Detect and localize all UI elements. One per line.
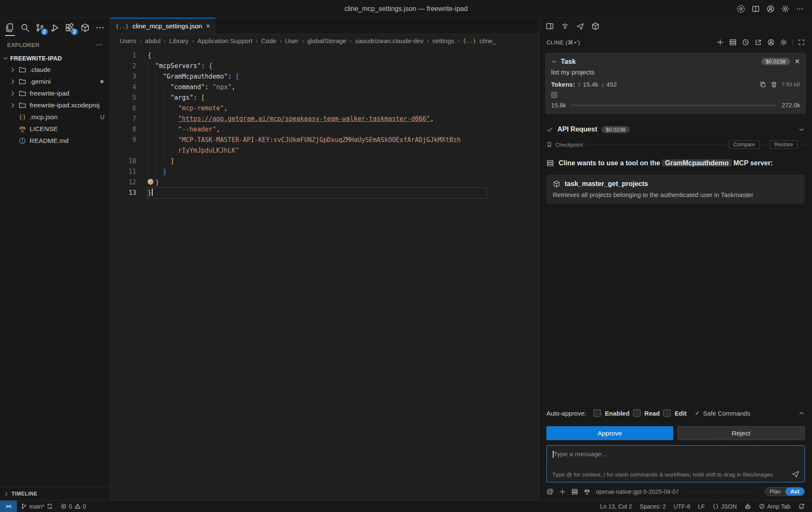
copilot-status[interactable]	[741, 501, 755, 512]
code-line-1[interactable]: 1{	[110, 50, 539, 61]
tree-item-license[interactable]: LICENSE	[0, 123, 110, 135]
code-line-9[interactable]: 9"MCP-TASK-MASTER-API-KEY:svCJUkmFUNZjGp…	[110, 135, 539, 145]
account-icon[interactable]	[767, 38, 775, 46]
breadcrumb-item[interactable]: globalStorage	[307, 37, 346, 44]
tree-item--claude[interactable]: .claude	[0, 64, 110, 76]
act-mode[interactable]: Act	[785, 487, 804, 496]
remote-indicator[interactable]: ><	[0, 501, 17, 512]
more-icon[interactable]	[796, 5, 804, 13]
breadcrumb-item[interactable]: Application Support	[198, 37, 252, 44]
tab-cline-mcp-settings[interactable]: {..} cline_mcp_settings.json ×	[110, 18, 215, 34]
activity-source-control-icon[interactable]: 2	[35, 23, 45, 33]
breadcrumb-item[interactable]: settings	[432, 37, 454, 44]
activity-remote-explorer-icon[interactable]	[80, 23, 90, 33]
timeline-section[interactable]: TIMELINE	[0, 487, 110, 500]
api-request-row[interactable]: API Request $0.0238	[546, 126, 805, 133]
copy-icon[interactable]	[760, 81, 766, 88]
breadcrumb-item[interactable]: User	[285, 37, 299, 44]
cursor-position[interactable]: Ln 13, Col 2	[596, 501, 636, 512]
auto-approve-edit[interactable]: Edit	[663, 409, 686, 417]
code-line-7[interactable]: 7"https://app.getgram.ai/mcp/speakeasy-t…	[110, 114, 539, 124]
code-line-12[interactable]: 12}	[110, 177, 539, 188]
chevron-down-icon[interactable]	[551, 59, 557, 65]
activity-extensions-icon[interactable]: 2	[65, 23, 75, 33]
code-line-8[interactable]: 8"--header",	[110, 124, 539, 135]
activity-more-views-icon[interactable]	[95, 23, 105, 33]
breadcrumb-item[interactable]: saoudrizwan.claude-dev	[355, 37, 424, 44]
account-icon[interactable]	[766, 5, 775, 13]
tree-item-freewrite-ipad[interactable]: freewrite-ipad	[0, 88, 110, 99]
code-line-5[interactable]: 5"args": [	[110, 93, 539, 103]
open-in-editor-icon[interactable]	[754, 38, 762, 46]
package-view-icon[interactable]	[591, 22, 600, 30]
plan-mode[interactable]: Plan	[765, 487, 785, 496]
compare-button[interactable]: Compare	[729, 140, 760, 149]
mcp-icon[interactable]	[571, 488, 578, 495]
add-context-icon[interactable]	[559, 488, 566, 495]
breadcrumb-item[interactable]: Users	[120, 37, 136, 44]
eol[interactable]: LF	[694, 501, 708, 512]
lightbulb-icon[interactable]	[148, 179, 154, 185]
new-task-icon[interactable]	[716, 38, 724, 46]
tree-item--mcp-json[interactable]: .mcp.jsonU	[0, 111, 110, 123]
layout-split-icon[interactable]	[752, 5, 760, 13]
code-line-6[interactable]: 6"mcp-remote",	[110, 103, 539, 114]
code-line-4[interactable]: 4"command": "npx",	[110, 82, 539, 93]
panel-layout-icon[interactable]	[546, 22, 554, 30]
notifications[interactable]	[794, 501, 809, 512]
checkbox[interactable]	[663, 409, 671, 417]
breadcrumb-item[interactable]: cline_	[480, 37, 496, 44]
rules-icon[interactable]	[584, 488, 590, 495]
approve-button[interactable]: Approve	[546, 426, 673, 440]
code-editor[interactable]: 1{2"mcpServers": {3"GramMcpauthdemo": {4…	[110, 47, 539, 500]
tree-item-freewrite-ipad-xcodeproj[interactable]: freewrite-ipad.xcodeproj	[0, 99, 110, 111]
chevron-down-icon[interactable]	[798, 126, 805, 133]
activity-search-icon[interactable]	[20, 23, 30, 33]
git-branch[interactable]: main*	[17, 501, 57, 512]
auto-approve-enabled[interactable]: Enabled	[593, 409, 629, 417]
amp-tab-status[interactable]: Amp Tab	[755, 501, 794, 512]
activity-run-debug-icon[interactable]	[50, 23, 60, 33]
settings-gear-icon[interactable]	[781, 5, 790, 13]
problems-indicator[interactable]: 0 0	[57, 501, 90, 512]
explorer-more-icon[interactable]	[96, 41, 102, 48]
language-mode[interactable]: {} JSON	[709, 501, 741, 512]
expand-icon[interactable]	[798, 39, 805, 46]
explorer-root-folder[interactable]: FREEWRITE-IPAD	[0, 52, 110, 64]
chat-input[interactable]: Type a message... Type @ for context, / …	[546, 445, 805, 482]
checkbox[interactable]	[633, 409, 641, 417]
breadcrumb-item[interactable]: abdul	[145, 37, 161, 44]
settings-gear-icon[interactable]	[780, 38, 787, 46]
copilot-icon[interactable]	[737, 5, 745, 13]
task-close-icon[interactable]: ✕	[795, 57, 800, 66]
mention-icon[interactable]: @	[546, 487, 554, 496]
activity-explorer-icon[interactable]	[5, 23, 15, 33]
code-line-11[interactable]: 11}	[110, 167, 539, 177]
restore-button[interactable]: Restore	[770, 140, 798, 149]
code-line-13[interactable]: 13}	[110, 188, 539, 198]
tool-card[interactable]: task_master_get_projects Retrieves all p…	[546, 175, 805, 204]
indentation[interactable]: Spaces: 2	[636, 501, 669, 512]
encoding[interactable]: UTF-8	[670, 501, 694, 512]
breadcrumb-item[interactable]: Library	[169, 37, 189, 44]
auto-approve-read[interactable]: Read	[633, 409, 660, 417]
breadcrumb-item[interactable]: Code	[261, 37, 277, 44]
tree-item-readme-md[interactable]: README.md	[0, 135, 110, 147]
mcp-servers-icon[interactable]	[729, 38, 737, 46]
trash-icon[interactable]	[771, 81, 777, 88]
broadcast-icon[interactable]	[561, 22, 569, 30]
checkbox[interactable]	[593, 409, 601, 417]
send-icon[interactable]	[791, 470, 800, 478]
code-line-wrap[interactable]: rIyYmJpduLKJhLK"	[110, 145, 539, 156]
reject-button[interactable]: Reject	[678, 426, 805, 440]
code-line-10[interactable]: 10]	[110, 156, 539, 167]
code-line-2[interactable]: 2"mcpServers": {	[110, 61, 539, 71]
tab-close-icon[interactable]: ×	[206, 22, 210, 30]
plan-act-toggle[interactable]: Plan Act	[765, 487, 805, 496]
chevron-up-icon[interactable]	[798, 410, 805, 416]
send-view-icon[interactable]	[576, 22, 584, 30]
history-icon[interactable]	[742, 38, 749, 46]
code-line-3[interactable]: 3"GramMcpauthdemo": {	[110, 71, 539, 82]
tree-item--gemini[interactable]: .gemini	[0, 76, 110, 88]
model-selector[interactable]: openai-native:gpt-5-2025-08-07	[596, 488, 679, 495]
